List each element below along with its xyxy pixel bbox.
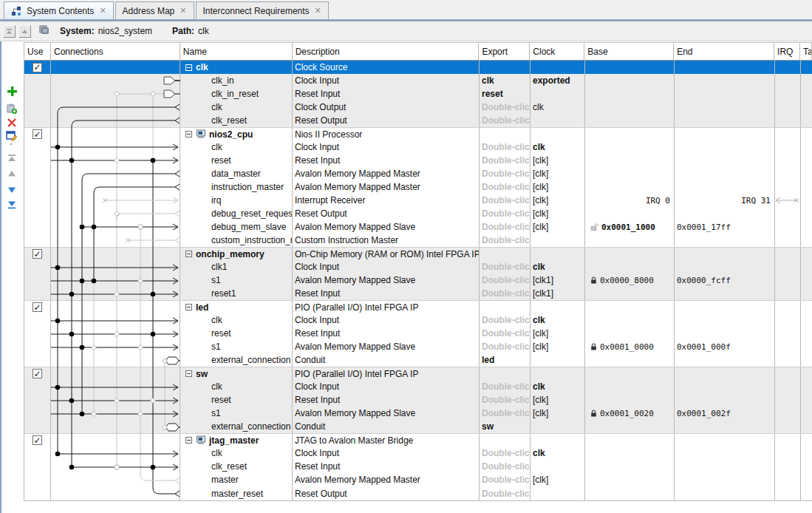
base-address[interactable]: 0x0001_1000 <box>601 222 655 232</box>
clock-value[interactable]: [clk1] <box>533 288 553 299</box>
cell-clock[interactable] <box>530 128 585 140</box>
locked-icon[interactable] <box>590 410 597 418</box>
cell-tags[interactable] <box>801 367 812 380</box>
table-row-port-clk_in_reset[interactable]: clk_in_resetReset Inputreset <box>24 87 812 101</box>
cell-irq[interactable] <box>775 260 801 274</box>
cell-clock[interactable]: [clk] <box>530 407 585 420</box>
cell-export[interactable]: Double-clic <box>480 101 530 114</box>
cell-name[interactable]: nios2_cpu <box>180 128 293 140</box>
cell-connections[interactable] <box>51 313 180 327</box>
cell-tags[interactable] <box>801 194 812 207</box>
column-header-connections[interactable]: Connections <box>51 43 180 60</box>
column-header-base[interactable]: Base <box>584 43 674 60</box>
tab-interconnect-requirements[interactable]: Interconnect Requirements ✕ <box>196 1 329 19</box>
cell-connections[interactable] <box>51 128 180 140</box>
cell-export[interactable]: Double-clic <box>480 154 530 167</box>
move-down-row-button[interactable] <box>5 183 18 196</box>
collapse-box[interactable] <box>185 251 192 257</box>
export-placeholder[interactable]: Double-clic <box>482 195 530 205</box>
clock-value[interactable]: clk <box>533 142 545 152</box>
cell-base[interactable] <box>585 234 675 247</box>
export-placeholder[interactable]: Double-clic <box>482 142 530 152</box>
cell-export[interactable]: Double-clic <box>480 380 530 393</box>
cell-base[interactable] <box>585 140 675 154</box>
cell-name[interactable]: onchip_memory <box>180 248 293 260</box>
cell-irq[interactable] <box>775 140 801 154</box>
cell-base[interactable] <box>585 128 675 140</box>
cell-name[interactable]: clk <box>180 101 293 114</box>
cell-tags[interactable] <box>801 101 812 114</box>
cell-base[interactable] <box>585 353 675 367</box>
cell-connections[interactable] <box>51 353 180 367</box>
cell-clock[interactable]: clk <box>530 260 585 274</box>
cell-connections[interactable] <box>51 194 180 207</box>
column-header-end[interactable]: End <box>674 43 774 60</box>
clock-value[interactable]: [clk] <box>533 195 548 205</box>
clock-value[interactable]: [clk] <box>533 182 548 192</box>
cell-connections[interactable] <box>51 380 180 393</box>
cell-tags[interactable] <box>801 487 812 500</box>
cell-irq[interactable] <box>775 473 801 486</box>
cell-export[interactable] <box>480 61 530 74</box>
clock-value[interactable]: clk <box>533 315 545 325</box>
cell-connections[interactable] <box>51 327 180 340</box>
table-row-port-external_connection[interactable]: external_connectionConduitsw <box>24 420 812 433</box>
cell-base[interactable] <box>585 74 675 87</box>
cell-connections[interactable] <box>51 248 180 260</box>
cell-base[interactable] <box>585 313 675 327</box>
cell-connections[interactable] <box>51 446 180 460</box>
duplicate-button[interactable] <box>5 102 18 115</box>
cell-export[interactable]: reset <box>480 87 530 101</box>
cell-clock[interactable]: clk <box>530 313 585 327</box>
cell-base[interactable] <box>585 248 675 260</box>
cell-irq[interactable] <box>775 154 801 167</box>
cell-connections[interactable] <box>51 101 180 114</box>
export-placeholder[interactable]: Double-clic <box>482 102 530 112</box>
table-row-port-clk_reset[interactable]: clk_resetReset OutputDouble-clic <box>24 114 812 127</box>
export-placeholder[interactable]: Double-clic <box>482 155 530 166</box>
cell-connections[interactable] <box>51 287 180 300</box>
cell-clock[interactable] <box>530 301 585 313</box>
cell-tags[interactable] <box>801 473 812 486</box>
cell-tags[interactable] <box>801 167 812 180</box>
cell-tags[interactable] <box>801 434 812 446</box>
cell-irq[interactable] <box>775 407 801 420</box>
cell-clock[interactable]: [clk] <box>530 340 585 353</box>
move-bottom-button[interactable] <box>5 198 18 211</box>
cell-irq[interactable] <box>775 287 801 300</box>
export-placeholder[interactable]: Double-clic <box>482 288 530 299</box>
use-checkbox[interactable]: ✓ <box>33 369 42 378</box>
cell-irq[interactable] <box>775 61 801 74</box>
table-row-port-data_master[interactable]: data_masterAvalon Memory Mapped MasterDo… <box>24 167 812 180</box>
cell-clock[interactable]: [clk] <box>530 167 585 180</box>
column-header-export[interactable]: Export <box>479 43 530 60</box>
clock-value[interactable]: [clk] <box>533 155 548 166</box>
table-row-port-reset1[interactable]: reset1Reset InputDouble-clic[clk1] <box>24 287 812 300</box>
tab-address-map[interactable]: Address Map ✕ <box>115 1 194 19</box>
move-up-button[interactable] <box>18 25 31 38</box>
move-up-row-button[interactable] <box>5 167 18 180</box>
unlocked-icon[interactable] <box>590 223 598 231</box>
cell-name[interactable]: debug_reset_request <box>180 207 293 220</box>
cell-base[interactable] <box>585 367 675 380</box>
cell-export[interactable]: Double-clic <box>480 207 530 220</box>
cell-irq[interactable] <box>775 393 801 407</box>
table-row-port-clk[interactable]: clkClock InputDouble-clicclk <box>24 140 812 154</box>
cell-export[interactable]: Double-clic <box>480 167 530 180</box>
cell-base[interactable] <box>585 487 675 500</box>
cell-base[interactable]: 0x0001_1000 <box>585 220 675 234</box>
cell-base[interactable]: 0x0000_8000 <box>585 274 675 287</box>
cell-base[interactable] <box>585 434 675 446</box>
close-icon[interactable]: ✕ <box>99 7 106 15</box>
close-icon[interactable]: ✕ <box>180 7 186 15</box>
cell-tags[interactable] <box>801 114 812 127</box>
cell-name[interactable]: clk_in <box>180 74 293 87</box>
locked-icon[interactable] <box>590 343 597 351</box>
cell-irq[interactable] <box>775 128 801 140</box>
cell-connections[interactable] <box>51 407 180 420</box>
cell-irq[interactable] <box>775 167 801 180</box>
cell-connections[interactable] <box>51 220 180 234</box>
table-row-port-s1[interactable]: s1Avalon Memory Mapped SlaveDouble-clic[… <box>24 340 812 353</box>
cell-name[interactable]: reset <box>180 154 293 167</box>
table-row-port-master_reset[interactable]: master_resetReset OutputDouble-clic <box>24 487 812 500</box>
